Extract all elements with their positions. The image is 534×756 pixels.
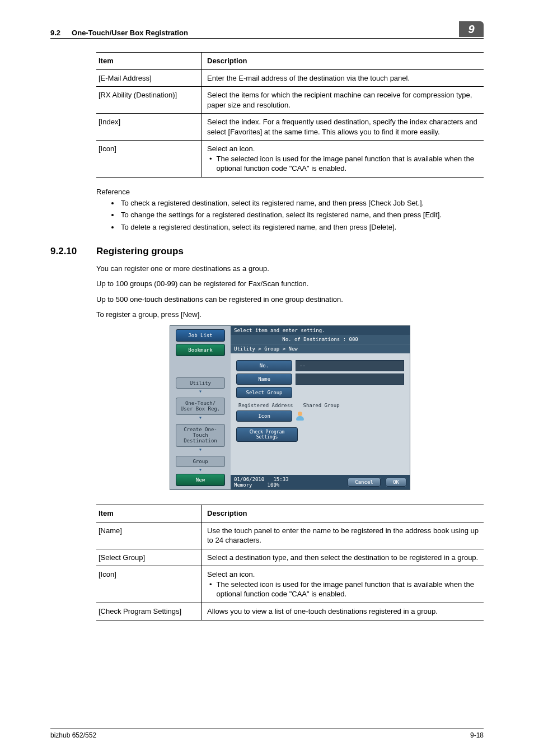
cell-desc: Use the touch panel to enter the name to… xyxy=(202,522,484,549)
onetouch-crumb[interactable]: One-Touch/ User Box Reg. xyxy=(176,398,225,415)
new-button[interactable]: New xyxy=(176,474,225,486)
th-item: Item xyxy=(96,53,202,70)
chevron-down-icon: ▾ xyxy=(172,446,228,452)
check-program-settings-button[interactable]: Check Program Settings xyxy=(236,427,298,442)
footer-page: 9-18 xyxy=(470,731,484,739)
page-footer: bizhub 652/552 9-18 xyxy=(50,729,484,739)
table-row: [Name] Use the touch panel to enter the … xyxy=(96,522,484,549)
th-desc: Description xyxy=(202,505,484,522)
th-item: Item xyxy=(96,505,202,522)
list-item: To change the settings for a registered … xyxy=(120,210,484,220)
table-row: [Check Program Settings] Allows you to v… xyxy=(96,603,484,620)
cell-item: [Icon] xyxy=(96,566,202,603)
name-field-button[interactable]: Name xyxy=(236,374,292,385)
ss-status: 01/06/2010 15:33 Memory 100% xyxy=(234,477,289,488)
th-desc: Description xyxy=(202,53,484,70)
cell-item: [RX Ability (Destination)] xyxy=(96,87,202,114)
group-crumb[interactable]: Group xyxy=(176,456,225,467)
chevron-down-icon: ▾ xyxy=(172,466,228,473)
cell-item: [Select Group] xyxy=(96,549,202,566)
reference-label: Reference xyxy=(96,188,484,196)
cell-desc: Enter the E-mail address of the destinat… xyxy=(202,69,484,87)
table-row: [RX Ability (Destination)] Select the it… xyxy=(96,87,484,114)
ss-breadcrumb: Utility > Group > New xyxy=(231,344,410,353)
paragraph: Up to 500 one-touch destinations can be … xyxy=(96,295,484,305)
subsection-title: Registering groups xyxy=(96,246,184,257)
cell-desc: Select an icon. • The selected icon is u… xyxy=(202,566,484,603)
cell-item: [Icon] xyxy=(96,141,202,178)
name-field-value xyxy=(296,374,404,385)
table-row: [Select Group] Select a destination type… xyxy=(96,549,484,566)
ok-button[interactable]: OK xyxy=(386,478,406,487)
bookmark-button[interactable]: Bookmark xyxy=(176,344,225,356)
table-row: [Icon] Select an icon. • The selected ic… xyxy=(96,141,484,178)
ss-sidebar: Job List Bookmark Utility ▾ One-Touch/ U… xyxy=(170,326,231,489)
footer-model: bizhub 652/552 xyxy=(50,731,96,739)
list-item: To check a registered destination, selec… xyxy=(120,198,484,208)
paragraph: Up to 100 groups (00-99) can be register… xyxy=(96,279,484,289)
ss-dest-count: No. of Destinations : 000 xyxy=(231,335,410,344)
ss-instruction: Select item and enter setting. xyxy=(231,326,410,335)
cell-desc: Allows you to view a list of one-touch d… xyxy=(202,603,484,620)
chevron-down-icon: ▾ xyxy=(172,414,228,421)
paragraph: To register a group, press [New]. xyxy=(96,310,484,320)
cell-desc: Select a destination type, and then sele… xyxy=(202,549,484,566)
cell-desc: Select the items for which the recipient… xyxy=(202,87,484,114)
create-onetouch-crumb[interactable]: Create One-Touch Destination xyxy=(176,424,225,447)
cell-item: [Name] xyxy=(96,522,202,549)
reference-list: To check a registered destination, selec… xyxy=(96,198,484,232)
job-list-button[interactable]: Job List xyxy=(176,329,225,342)
select-group-button[interactable]: Select Group xyxy=(236,387,292,398)
cell-desc: Select an icon. • The selected icon is u… xyxy=(202,141,484,178)
table-row: [Index] Select the index. For a frequent… xyxy=(96,114,484,141)
header-section-title: One-Touch/User Box Registration xyxy=(72,29,188,37)
icon-field-button[interactable]: Icon xyxy=(236,410,292,422)
table-row: [E-Mail Address] Enter the E-mail addres… xyxy=(96,69,484,87)
utility-crumb[interactable]: Utility xyxy=(176,377,225,389)
cell-item: [Check Program Settings] xyxy=(96,603,202,620)
chevron-down-icon: ▾ xyxy=(172,388,228,394)
paragraph: You can register one or more destination… xyxy=(96,264,484,274)
shared-group-label: Shared Group xyxy=(301,403,340,408)
cell-desc: Select the index. For a frequently used … xyxy=(202,114,484,141)
person-icon xyxy=(296,411,306,421)
table-settings-1: Item Description [E-Mail Address] Enter … xyxy=(96,52,484,178)
subsection-number: 9.2.10 xyxy=(50,246,96,257)
table-row: [Icon] Select an icon. • The selected ic… xyxy=(96,566,484,603)
header-section-no: 9.2 xyxy=(50,29,60,37)
cancel-button[interactable]: Cancel xyxy=(348,478,381,487)
cell-item: [E-Mail Address] xyxy=(96,69,202,87)
registered-address-label: Registered Address xyxy=(236,403,293,408)
page-header: 9.2 One-Touch/User Box Registration 9 xyxy=(50,21,484,39)
cell-item: [Index] xyxy=(96,114,202,141)
chapter-badge: 9 xyxy=(459,21,484,37)
table-settings-2: Item Description [Name] Use the touch pa… xyxy=(96,505,484,620)
no-field-button[interactable]: No. xyxy=(236,360,292,371)
no-field-value: -- xyxy=(296,360,404,371)
list-item: To delete a registered destination, sele… xyxy=(120,222,484,232)
device-screenshot: Job List Bookmark Utility ▾ One-Touch/ U… xyxy=(170,325,410,490)
